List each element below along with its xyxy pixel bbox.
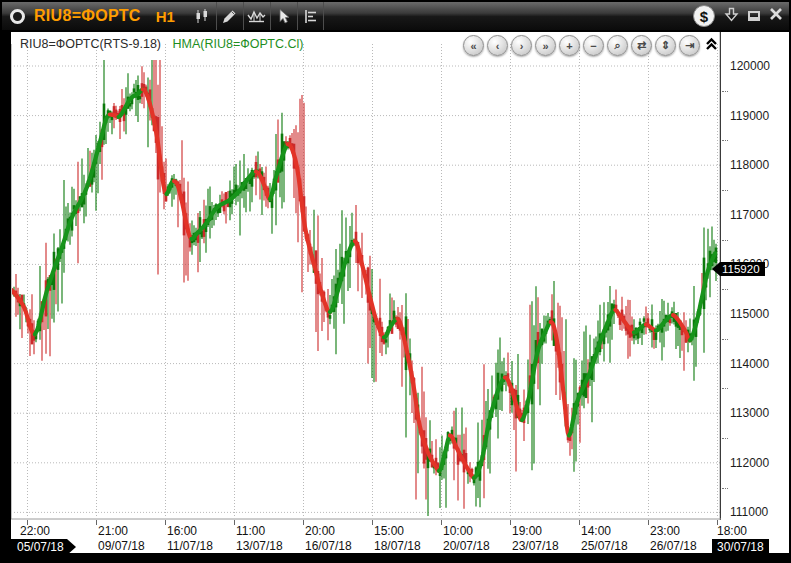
- price-axis[interactable]: 1200001190001180001170001160001150001140…: [721, 32, 791, 520]
- price-tick-label: 120000: [730, 59, 770, 73]
- price-tick-label: 114000: [730, 357, 769, 371]
- timeframe-label: H1: [156, 8, 175, 25]
- time-tick-label: 18:00: [717, 524, 747, 538]
- time-tick-label: 11:00: [236, 524, 265, 538]
- price-minor-tick: [722, 438, 728, 439]
- compress-horizontal-button[interactable]: ⇄: [631, 35, 652, 56]
- price-minor-tick: [722, 289, 728, 290]
- chart-region: RIU8=ФОРТС(RTS-9.18) HMA(RIU8=ФОРТС.Cl) …: [11, 32, 791, 555]
- price-minor-tick: [722, 240, 728, 241]
- price-minor-tick: [722, 388, 728, 389]
- time-tick-label: 22:00: [20, 524, 50, 538]
- time-tick-mark: [234, 520, 235, 525]
- price-minor-tick: [722, 140, 728, 141]
- dollar-icon[interactable]: $: [693, 5, 715, 27]
- date-tick-label: 26/07/18: [650, 539, 697, 553]
- current-price-value: 115920: [720, 262, 765, 276]
- close-icon[interactable]: [769, 7, 783, 25]
- price-tick-label: 119000: [730, 109, 769, 123]
- scroll-start-button[interactable]: «: [463, 35, 484, 56]
- download-arrow-icon[interactable]: [724, 7, 739, 26]
- indicator-icon[interactable]: [243, 2, 270, 30]
- date-tick-label: 18/07/18: [374, 539, 421, 553]
- price-minor-tick: [722, 190, 728, 191]
- bottom-strip: [2, 553, 789, 561]
- current-price-tag: 115920: [712, 261, 765, 276]
- chart-header: RIU8=ФОРТС(RTS-9.18) HMA(RIU8=ФОРТС.Cl): [20, 37, 303, 51]
- zoom-out-button[interactable]: −: [583, 35, 604, 56]
- time-tick-mark: [165, 520, 166, 525]
- compress-vertical-button[interactable]: ⇕: [655, 35, 676, 56]
- time-tick-mark: [510, 520, 511, 525]
- zoom-tool-button[interactable]: ⌕: [607, 35, 628, 56]
- app-window: RIU8=ФОРТС H1: [0, 0, 791, 563]
- time-tick-label: 21:00: [98, 524, 128, 538]
- scroll-right-button[interactable]: ›: [511, 35, 532, 56]
- date-tick-label: 09/07/18: [98, 539, 145, 553]
- price-tick-label: 112000: [730, 456, 769, 470]
- indicator-label: HMA(RIU8=ФОРТС.Cl): [173, 37, 304, 51]
- date-tick-label: 11/07/18: [167, 539, 213, 553]
- price-tick-label: 111000: [730, 505, 768, 519]
- chart-nav-buttons: «‹›»+−⌕⇄⇕⇥: [463, 35, 700, 56]
- time-tick-label: 16:00: [167, 524, 197, 538]
- date-tick-label: 25/07/18: [581, 539, 628, 553]
- price-tick-label: 115000: [730, 307, 769, 321]
- date-tag-end: 30/07/18: [712, 539, 769, 555]
- time-tick-mark: [648, 520, 649, 525]
- restore-window-icon[interactable]: [748, 11, 760, 21]
- price-minor-tick: [722, 91, 728, 92]
- price-minor-tick: [722, 488, 728, 489]
- time-tick-label: 14:00: [581, 524, 611, 538]
- date-tick-label: 20/07/18: [443, 539, 490, 553]
- scroll-end-button[interactable]: »: [535, 35, 556, 56]
- time-tick-label: 19:00: [512, 524, 542, 538]
- time-tick-mark: [303, 520, 304, 525]
- collapse-toolbar-icon[interactable]: [705, 37, 718, 55]
- levels-icon[interactable]: [297, 2, 324, 30]
- date-tick-label: 13/07/18: [236, 539, 283, 553]
- time-tick-label: 23:00: [650, 524, 680, 538]
- chart-toolbar: [189, 2, 324, 30]
- time-tick-label: 10:00: [443, 524, 473, 538]
- time-tick-mark: [372, 520, 373, 525]
- window-title: RIU8=ФОРТС: [34, 7, 141, 25]
- titlebar: RIU8=ФОРТС H1: [2, 2, 789, 30]
- scroll-left-button[interactable]: ‹: [487, 35, 508, 56]
- date-tick-label: 16/07/18: [305, 539, 352, 553]
- time-tick-mark: [96, 520, 97, 525]
- time-tick-label: 15:00: [374, 524, 404, 538]
- candlestick-chart-icon[interactable]: [189, 2, 216, 30]
- draw-pencil-icon[interactable]: [216, 2, 243, 30]
- time-tick-mark: [579, 520, 580, 525]
- price-tick-label: 113000: [730, 406, 769, 420]
- cursor-icon[interactable]: [270, 2, 297, 30]
- time-axis[interactable]: 22:0005/07/1821:0009/07/1816:0011/07/181…: [11, 520, 791, 555]
- zoom-in-button[interactable]: +: [559, 35, 580, 56]
- go-to-end-button[interactable]: ⇥: [679, 35, 700, 56]
- price-minor-tick: [722, 339, 728, 340]
- price-tick-label: 117000: [730, 208, 769, 222]
- time-tick-label: 20:00: [305, 524, 335, 538]
- instrument-label: RIU8=ФОРТС(RTS-9.18): [20, 37, 161, 51]
- price-tick-label: 118000: [730, 158, 769, 172]
- window-controls: $: [693, 2, 783, 30]
- time-tick-mark: [441, 520, 442, 525]
- date-tag-start: 05/07/18: [11, 539, 76, 555]
- date-tick-label: 23/07/18: [512, 539, 559, 553]
- app-logo-icon: [10, 9, 25, 24]
- candlestick-chart[interactable]: [11, 32, 721, 520]
